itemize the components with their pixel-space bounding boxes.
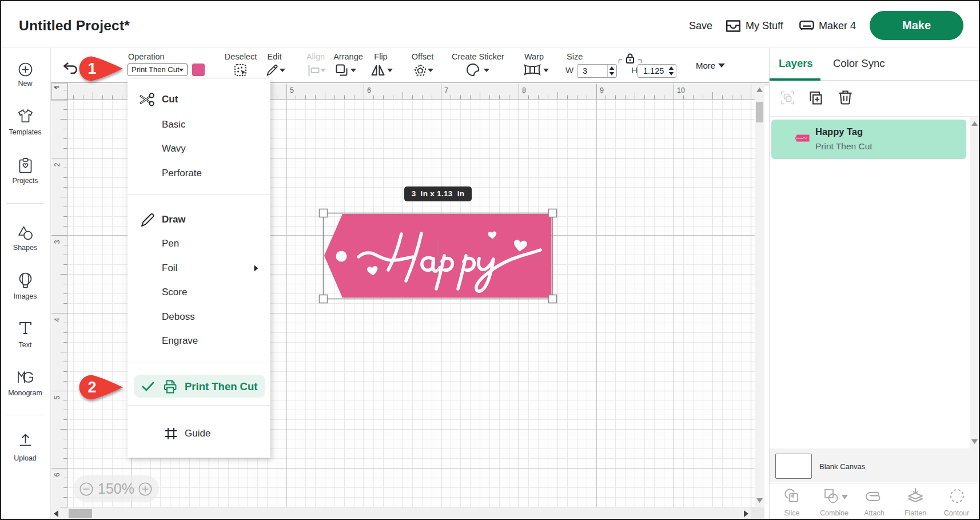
svg-text:6: 6 xyxy=(367,86,371,94)
svg-text:8: 8 xyxy=(522,86,526,94)
svg-text:4: 4 xyxy=(53,317,61,321)
svg-text:1: 1 xyxy=(87,60,96,77)
svg-text:7: 7 xyxy=(444,86,448,94)
svg-text:10: 10 xyxy=(677,86,685,94)
svg-text:5: 5 xyxy=(53,395,61,399)
svg-text:2: 2 xyxy=(53,162,61,166)
svg-text:2: 2 xyxy=(87,379,96,396)
svg-text:3: 3 xyxy=(53,240,61,244)
svg-text:5: 5 xyxy=(290,86,294,94)
svg-text:6: 6 xyxy=(53,473,61,477)
svg-text:9: 9 xyxy=(600,86,604,94)
